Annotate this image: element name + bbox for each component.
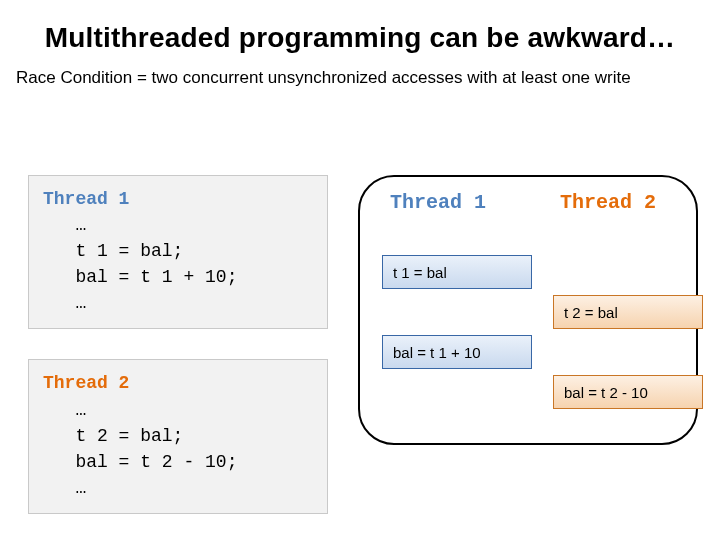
step-chip-t1-read: t 1 = bal bbox=[382, 255, 532, 289]
code-heading-thread1: Thread 1 bbox=[43, 189, 129, 209]
code-body-thread1: … t 1 = bal; bal = t 1 + 10; … bbox=[43, 215, 237, 313]
step-chip-t1-write: bal = t 1 + 10 bbox=[382, 335, 532, 369]
panel-inner: Thread 1 Thread 2 t 1 = bal t 2 = bal ba… bbox=[360, 177, 696, 443]
slide-subtitle: Race Condition = two concurrent unsynchr… bbox=[0, 62, 720, 88]
slide-title: Multithreaded programming can be awkward… bbox=[0, 0, 720, 62]
step-chip-t2-write: bal = t 2 - 10 bbox=[553, 375, 703, 409]
code-box-thread2: Thread 2 … t 2 = bal; bal = t 2 - 10; … bbox=[28, 359, 328, 513]
step-chip-t2-read: t 2 = bal bbox=[553, 295, 703, 329]
code-body-thread2: … t 2 = bal; bal = t 2 - 10; … bbox=[43, 400, 237, 498]
left-column: Thread 1 … t 1 = bal; bal = t 1 + 10; … … bbox=[28, 175, 328, 540]
interleaving-panel: Thread 1 Thread 2 t 1 = bal t 2 = bal ba… bbox=[358, 175, 698, 445]
panel-heading-thread1: Thread 1 bbox=[390, 191, 486, 214]
code-box-thread1: Thread 1 … t 1 = bal; bal = t 1 + 10; … bbox=[28, 175, 328, 329]
code-heading-thread2: Thread 2 bbox=[43, 373, 129, 393]
panel-heading-thread2: Thread 2 bbox=[560, 191, 656, 214]
